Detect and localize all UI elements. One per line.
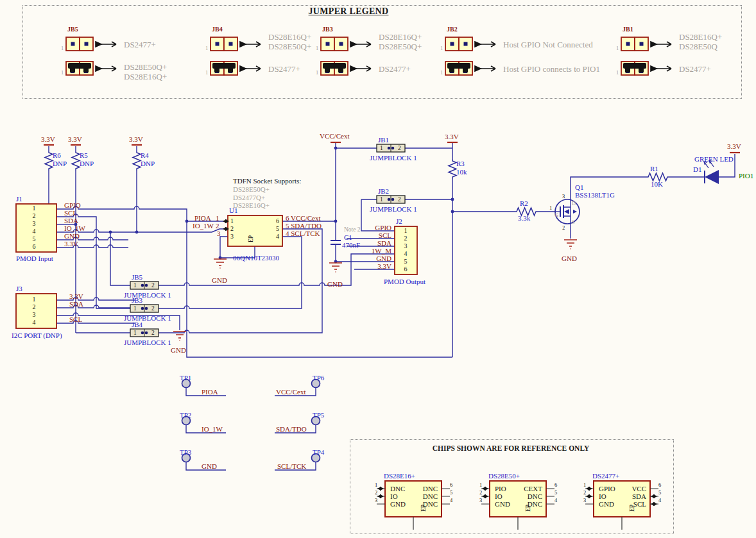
ref-chip-pin-label: PIO <box>495 485 506 493</box>
j1-pin-number: 2 <box>33 212 36 219</box>
u1-pin-number: 5 <box>270 225 279 232</box>
jb2-pin2: 2 <box>398 196 401 203</box>
tp1-net: PIOA <box>202 388 218 396</box>
jb2-ref: JB2 <box>378 187 389 196</box>
ref-chip-pin-label: DNC <box>414 492 438 501</box>
legend-jb3-open-label: DS28E16Q+ DS28E50Q+ <box>379 32 422 51</box>
legend-pin1-marker: 1 <box>316 46 318 51</box>
ref-chip-pin-number: 2 <box>479 490 482 496</box>
j2-label: PMOD Output <box>384 278 425 286</box>
jb4-value: JUMPBLOCK 1 <box>124 339 171 347</box>
ref-chip-pin-number: 5 <box>658 490 661 496</box>
tp5-net: SDA/TDO <box>276 425 307 433</box>
tp3-net: GND <box>202 462 217 471</box>
q1-part: BSS138LT1G <box>575 191 615 199</box>
legend-jb2-closed-label: Host GPIO connects to PIO1 <box>503 64 600 74</box>
power-3v3-label: 3.3V <box>727 142 741 151</box>
legend-jb5-closed-label: DS28E50Q+ DS28E16Q+ <box>124 62 167 81</box>
j1-pin-number: 5 <box>33 235 36 242</box>
j1-pin-number: 1 <box>33 205 36 212</box>
ref-chip-pin-number: 2 <box>583 490 586 496</box>
power-3v3-label: 3.3V <box>445 133 459 141</box>
tp3-ref: TP3 <box>180 448 191 457</box>
u1-socket-note-title: TDFN Socket Supports: <box>233 177 301 185</box>
d1-ref: D1 <box>693 165 701 174</box>
j2-pin-number: 1 <box>404 227 408 234</box>
j3-pin-number: 4 <box>33 319 36 326</box>
gnd-c1 <box>329 263 342 272</box>
d1-label: GREEN LED <box>694 155 734 164</box>
tp4-net: SCL/TCK <box>277 462 306 471</box>
ref-chip-pin-number: 4 <box>658 498 661 503</box>
j1-connector-body <box>16 204 56 252</box>
r2-value: 3.3k <box>518 214 530 223</box>
ref-chip-pin-label: DNC <box>519 492 542 501</box>
ref-chip-pin-number: 4 <box>554 498 557 503</box>
resistor-r4-symbol <box>133 151 141 171</box>
ref-chip-pin-label: CEXT <box>519 485 542 493</box>
legend-jb3-closed-label: DS2477+ <box>379 64 411 74</box>
r1-value: 10K <box>651 180 663 189</box>
j1-net-scl: SCL <box>64 209 77 217</box>
jumper-legend-title: JUMPER LEGEND <box>309 8 389 16</box>
r2-ref: R2 <box>520 199 528 208</box>
jb5-ref: JB5 <box>132 273 142 282</box>
legend-pin1-marker: 1 <box>440 70 443 76</box>
ref-chip-pin-number: 1 <box>479 482 482 488</box>
resistor-r6-symbol <box>45 151 53 171</box>
ref-chip-pin-number: 1 <box>583 482 586 488</box>
u1-pin-number: 2 <box>230 225 234 232</box>
legend-jb1-open-label: DS28E16Q+ DS28E50Q <box>679 32 722 51</box>
j1-ref: J1 <box>16 195 22 203</box>
legend-jb5-open-label: DS2477+ <box>124 40 156 49</box>
legend-pin1-marker: 1 <box>205 46 208 51</box>
r4-value: DNP <box>141 160 155 168</box>
r6-value: DNP <box>53 160 67 168</box>
ref-chip-pin-label: VCC <box>623 485 646 493</box>
j1-pin-number: 6 <box>33 243 36 250</box>
jb1-pin1: 1 <box>380 145 383 151</box>
ref-chip-pin-number: 3 <box>583 498 586 503</box>
ref-chip-pin-number: 5 <box>554 490 557 496</box>
q1-ref: Q1 <box>575 183 583 192</box>
net-pio1-label: PIO1 <box>739 172 753 180</box>
ref-chip-pin-number: 2 <box>375 490 377 496</box>
schematic-wires <box>49 142 735 357</box>
j3-net-sda: SDA <box>69 300 83 308</box>
j1-label: PMOD Input <box>16 255 53 263</box>
component-bodies <box>16 204 650 517</box>
reference-box-title: CHIPS SHOWN ARE FOR REFERENCE ONLY <box>433 444 590 453</box>
power-3v3-label: 3.3V <box>41 135 55 144</box>
u1-pin2-net: IO_1W <box>193 222 214 230</box>
jb3-pin2: 2 <box>151 305 155 312</box>
j2-pin-number: 3 <box>404 242 408 249</box>
u1-part-number: 06QN10T23030 <box>233 254 279 262</box>
tp5-ref: TP5 <box>313 411 324 419</box>
r1-ref: R1 <box>650 165 658 173</box>
j2-pin-number: 6 <box>404 265 408 273</box>
resistor-r3-symbol <box>449 159 456 179</box>
tp2-ref: TP2 <box>180 411 191 419</box>
r3-ref: R3 <box>456 160 465 168</box>
j1-pin-number: 4 <box>33 228 36 235</box>
ref-chip-pin-number: 3 <box>479 498 482 503</box>
ref-chip-pin-label: DNC <box>390 485 405 493</box>
tp2-net: IO_1W <box>202 425 223 433</box>
jb5-pin2: 2 <box>151 282 155 289</box>
ref-chip-pin-number: 6 <box>658 482 661 488</box>
jb1-pin2: 2 <box>398 145 401 151</box>
q1-source-letter: S <box>572 219 575 225</box>
j2-pin-number: 4 <box>404 250 408 257</box>
power-3v3-label: 3.3V <box>68 135 82 144</box>
legend-jb2-name: JB2 <box>447 26 458 33</box>
ref-chip-pin-number: 5 <box>450 490 452 496</box>
gnd-label: GND <box>327 280 343 289</box>
j2-net-gpio: GPIO <box>347 224 391 232</box>
j2-net-1wm: 1W_M <box>347 247 391 255</box>
j2-net-3v3: 3.3V <box>347 262 391 271</box>
j2-pin-number: 2 <box>404 235 408 242</box>
r3-value: 10k <box>456 168 467 176</box>
legend-pin1-marker: 1 <box>616 70 619 76</box>
led-d1-symbol <box>704 160 719 184</box>
u1-pin-number: 6 <box>270 217 279 224</box>
